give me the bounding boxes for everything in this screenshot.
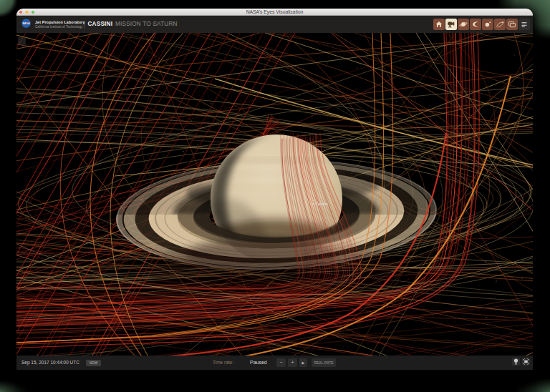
svg-text:Cassini: Cassini (315, 202, 328, 206)
